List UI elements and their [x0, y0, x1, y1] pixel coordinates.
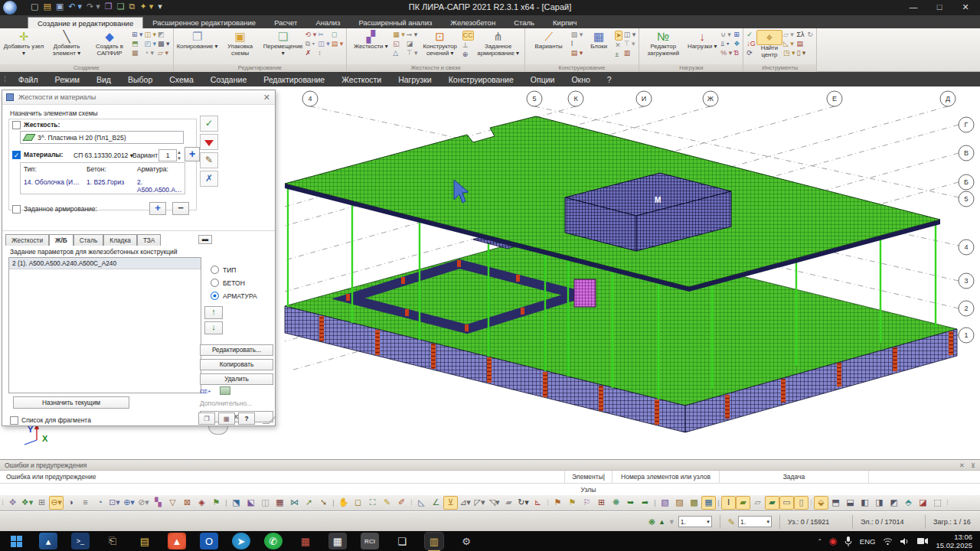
calculator-icon[interactable]: ▦: [328, 533, 347, 549]
set-current-button[interactable]: Назначить текущим: [13, 396, 129, 409]
beam-icon[interactable]: Ⅰ: [571, 40, 583, 48]
materials-code-dropdown[interactable]: СП 63.13330.2012 ▾: [74, 152, 133, 159]
scale-icon[interactable]: ✂: [318, 31, 330, 39]
join-icon[interactable]: ◫ ▾: [318, 40, 330, 48]
view-cube-right-icon[interactable]: ◨: [872, 496, 887, 510]
tab-analysis[interactable]: Анализ: [306, 17, 349, 28]
temp-load-icon[interactable]: % ▾: [720, 49, 732, 57]
select-frame-icon[interactable]: ⊞: [34, 496, 49, 510]
render-view-icon[interactable]: ▦: [701, 496, 716, 510]
hinge-icon[interactable]: ◱: [393, 40, 405, 48]
select-arc-icon[interactable]: ◔: [93, 496, 107, 510]
tab-steel[interactable]: Сталь: [74, 234, 103, 246]
pencil-icon[interactable]: ✎: [380, 496, 394, 510]
dxf-icon[interactable]: ▱ ▾: [158, 49, 170, 57]
stiffness-field[interactable]: 3^. Пластина Н 20 (Пл1_В25): [20, 131, 184, 144]
stiffness-button[interactable]: ▞Жесткости ▾: [349, 29, 392, 51]
select-arrow-icon[interactable]: ➤: [615, 31, 622, 41]
telegram-icon[interactable]: ➤: [232, 533, 250, 549]
wall-panel-icon[interactable]: ◫ ▾: [624, 31, 636, 39]
cut-button[interactable]: ✗: [200, 171, 218, 187]
foundation-icon[interactable]: ⊥: [462, 41, 474, 50]
shell-view-icon[interactable]: ▧: [658, 496, 672, 510]
wifi-icon[interactable]: [883, 537, 893, 545]
radio-type[interactable]: [211, 266, 219, 274]
cc-icon[interactable]: СС: [462, 31, 474, 41]
menu-select[interactable]: Выбор: [119, 75, 161, 84]
hide-selected-icon[interactable]: ◫: [258, 496, 273, 510]
plane-xz-icon[interactable]: ⊿▾: [458, 496, 472, 510]
pan-icon[interactable]: ✋: [336, 496, 351, 510]
menu-options[interactable]: Опции: [522, 75, 564, 84]
record-icon[interactable]: ◉: [828, 536, 836, 546]
move-button[interactable]: ❏Перемещение ▾: [262, 29, 305, 57]
restore-view-icon[interactable]: ⬕: [243, 496, 258, 510]
measure-icon[interactable]: ✓: [746, 31, 756, 39]
col-error[interactable]: Ошибка или предупреждение: [0, 471, 565, 484]
filter-button[interactable]: [200, 134, 218, 150]
balance-icon[interactable]: ±: [615, 51, 622, 59]
show-mesh-icon[interactable]: ▦: [273, 496, 287, 510]
pack-scheme-button[interactable]: ▣Упаковка схемы: [219, 29, 262, 57]
fragment-list-checkbox[interactable]: [10, 416, 18, 425]
col-task[interactable]: Задача: [720, 471, 869, 484]
list-item-selected[interactable]: 2 (1). А500.А500.А240.А500С_А240: [9, 258, 201, 269]
solid-view-icon[interactable]: ▩: [687, 496, 701, 510]
frame-icon[interactable]: ⊞ ▾: [132, 31, 143, 39]
link-icon[interactable]: ⊸ ▾: [407, 31, 418, 39]
menu-view[interactable]: Вид: [88, 75, 119, 84]
zoom-out-icon[interactable]: ➘: [316, 496, 331, 510]
copy-button[interactable]: ❐Копирование ▾: [176, 29, 219, 51]
volume-icon[interactable]: [900, 537, 910, 546]
tab-tza[interactable]: ТЗА: [137, 234, 162, 246]
up-triangle-icon[interactable]: ▲: [658, 515, 665, 529]
spinner-arrows-icon[interactable]: ▲▼: [177, 149, 181, 161]
show-volume-icon[interactable]: ▰: [765, 496, 779, 510]
tab-reinforced-concrete[interactable]: Железобетон: [441, 17, 505, 28]
down-triangle-icon[interactable]: ▼: [668, 515, 675, 529]
brush-button[interactable]: ✎: [200, 152, 218, 168]
menu-stiffness[interactable]: Жесткости: [333, 75, 390, 84]
powershell-icon[interactable]: >_: [71, 533, 90, 549]
rotate-view-icon[interactable]: ↻▾: [516, 496, 531, 510]
tab-calculation[interactable]: Расчет: [265, 17, 306, 28]
clock[interactable]: 13:06 15.02.2025: [936, 533, 972, 549]
radio-concrete[interactable]: [211, 279, 219, 287]
zoom-window-icon[interactable]: ◻: [351, 496, 365, 510]
rigid-body-icon[interactable]: △: [393, 49, 405, 57]
select-element-icon[interactable]: ❖▾: [20, 496, 34, 510]
dialog-title-bar[interactable]: Жесткости и материалы ✕: [2, 90, 275, 105]
rotate-axis-icon[interactable]: ⊾: [531, 496, 545, 510]
menu-scheme[interactable]: Схема: [161, 75, 202, 84]
t-section-icon[interactable]: ⊤ ▾: [624, 40, 636, 48]
plane-yz-icon[interactable]: ◹▾: [487, 496, 501, 510]
paint-icon[interactable]: ✐: [394, 496, 409, 510]
brick-wall-icon[interactable]: ▥: [624, 49, 636, 57]
variants-button[interactable]: ⟋Варианты: [528, 29, 570, 51]
view-cube-front-icon[interactable]: ⬓: [843, 496, 858, 510]
select-special-icon[interactable]: ◈: [194, 496, 209, 510]
materials-list[interactable]: 2 (1). А500.А500.А240.А500С_А240: [8, 257, 201, 393]
select-block-icon[interactable]: ⊡▾: [107, 496, 122, 510]
mirror-icon[interactable]: ⧉ ▾: [305, 40, 317, 48]
printer-app-icon[interactable]: ⎗: [103, 533, 122, 549]
add-selection-icon[interactable]: ⊕▾: [122, 496, 136, 510]
block-combo[interactable]: 1.▾: [678, 516, 712, 527]
collapse-button[interactable]: ▬: [198, 235, 212, 244]
sort-icon[interactable]: ↕: [318, 49, 330, 57]
add-element-button[interactable]: ╲Добавить элемент ▾: [45, 29, 88, 57]
zoom-select-icon[interactable]: ◻: [332, 31, 344, 39]
plate-stiff-icon[interactable]: ◪: [407, 40, 418, 48]
outlook-icon[interactable]: O: [200, 533, 218, 549]
sum-icon[interactable]: Σλ: [796, 31, 805, 39]
col-elements-nodes[interactable]: Элементы|Узлы: [565, 471, 612, 484]
pin-icon[interactable]: ⊻: [971, 460, 975, 471]
arc-icon[interactable]: ◔ ▾: [145, 49, 157, 57]
view-cube-top-icon[interactable]: ⬒: [828, 496, 843, 510]
joint-icon[interactable]: ⊤ ▾: [407, 49, 418, 57]
hide-plate-icon[interactable]: ▱: [750, 496, 765, 510]
invert-selection-icon[interactable]: ◑: [64, 496, 78, 510]
camera-icon[interactable]: [917, 537, 928, 545]
steel-profile-icon[interactable]: ▨ ▾: [571, 31, 583, 39]
wind-load-icon[interactable]: ❖: [733, 40, 740, 48]
